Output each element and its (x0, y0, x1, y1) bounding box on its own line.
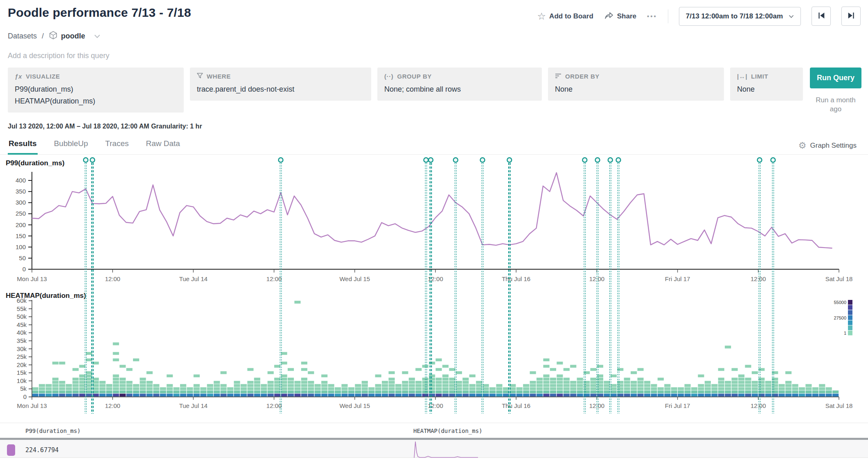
graph-settings-button[interactable]: ⚙ Graph Settings (798, 141, 857, 154)
group-by-box[interactable]: (··)GROUP BY None; combine all rows (377, 68, 542, 101)
table-header-p99: P99(duration_ms) (25, 423, 413, 438)
skip-forward-button[interactable] (841, 7, 861, 26)
skip-back-button[interactable] (812, 7, 831, 26)
limit-icon: |↔| (737, 73, 747, 80)
skip-forward-icon (847, 11, 856, 22)
marker-circle (279, 158, 283, 162)
visualize-box[interactable]: ƒxVISUALIZE P99(duration_ms) HEATMAP(dur… (8, 68, 184, 113)
where-label: WHERE (207, 73, 231, 80)
heatmap-legend-cell (848, 310, 852, 315)
heatmap-sparkline (413, 440, 512, 459)
svg-text:Tue Jul 14: Tue Jul 14 (179, 275, 208, 282)
marker-circle (507, 158, 512, 162)
svg-text:Fri Jul 17: Fri Jul 17 (665, 402, 690, 409)
share-label: Share (617, 12, 636, 20)
divider (668, 9, 668, 23)
dataset-chevron-down-icon (94, 32, 100, 41)
sort-icon (555, 73, 561, 80)
marker-circle (90, 158, 95, 162)
svg-text:45k: 45k (17, 321, 27, 328)
heatmap-legend-cell (848, 300, 852, 305)
p99-line-series (32, 173, 832, 248)
order-by-clause-1: None (555, 84, 717, 95)
marker-circle (758, 158, 762, 162)
svg-text:Fri Jul 17: Fri Jul 17 (665, 275, 690, 282)
limit-box[interactable]: |↔|LIMIT None (730, 68, 803, 101)
svg-text:25k: 25k (17, 353, 27, 360)
svg-text:Tue Jul 14: Tue Jul 14 (179, 402, 208, 409)
svg-text:150: 150 (16, 232, 26, 239)
tab-bubbleup[interactable]: BubbleUp (53, 136, 89, 155)
group-by-clause-1: None; combine all rows (384, 84, 535, 95)
svg-text:Mon Jul 13: Mon Jul 13 (17, 275, 47, 282)
svg-text:Sat Jul 18: Sat Jul 18 (825, 402, 853, 409)
tab-traces[interactable]: Traces (104, 136, 129, 155)
heatmap-legend-cell (848, 305, 852, 310)
date-range-label: 7/13 12:00am to 7/18 12:00am (686, 12, 783, 20)
breadcrumb: Datasets / poodle (0, 26, 868, 42)
marker-circle (616, 158, 620, 162)
limit-label: LIMIT (751, 73, 768, 80)
dataset-name: poodle (61, 32, 85, 41)
summary-table: P99(duration_ms) HEATMAP(duration_ms) 22… (0, 423, 868, 458)
svg-text:30k: 30k (17, 345, 27, 352)
breadcrumb-datasets-link[interactable]: Datasets (8, 32, 37, 41)
page-title: Poodle performance 7/13 - 7/18 (8, 6, 191, 20)
more-options-icon[interactable]: ••• (647, 13, 657, 20)
marker-circle (453, 158, 458, 162)
svg-text:200: 200 (16, 221, 26, 228)
svg-text:15k: 15k (17, 369, 27, 376)
tab-results[interactable]: Results (8, 136, 38, 155)
dataset-selector[interactable]: poodle (49, 31, 100, 42)
svg-text:Thu Jul 16: Thu Jul 16 (502, 402, 530, 409)
tab-rawdata[interactable]: Raw Data (145, 136, 180, 155)
where-box[interactable]: WHERE trace.parent_id does-not-exist (190, 68, 371, 101)
svg-text:400: 400 (16, 177, 26, 184)
breadcrumb-separator: / (42, 32, 44, 41)
heatmap-legend-cell (848, 315, 852, 320)
marker-circle (582, 158, 587, 162)
visualize-label: VISUALIZE (26, 73, 60, 80)
order-by-box[interactable]: ORDER BY None (548, 68, 724, 101)
svg-text:40k: 40k (17, 329, 27, 336)
visualize-clause-1: P99(duration_ms) (15, 84, 177, 95)
query-builder: ƒxVISUALIZE P99(duration_ms) HEATMAP(dur… (8, 68, 868, 114)
svg-text:60k: 60k (17, 297, 27, 304)
charts-canvas[interactable]: P99(duration_ms)050100150200250300350400… (0, 155, 868, 419)
date-range-button[interactable]: 7/13 12:00am to 7/18 12:00am (679, 7, 801, 26)
svg-text:35k: 35k (17, 337, 27, 344)
limit-clause-1: None (737, 84, 796, 95)
svg-text:12:00: 12:00 (266, 275, 282, 282)
time-range-summary: Jul 13 2020, 12:00 AM – Jul 18 2020, 12:… (8, 123, 868, 130)
svg-text:55k: 55k (17, 305, 27, 312)
heatmap-legend-cell (848, 320, 852, 325)
description-input[interactable]: Add a description for this query (0, 42, 868, 60)
heatmap-legend-cell (848, 326, 852, 331)
marker-circle (771, 158, 775, 162)
fx-icon: ƒx (15, 73, 22, 80)
heatmap-legend-cell (848, 331, 852, 336)
svg-text:5k: 5k (20, 385, 27, 392)
svg-text:Mon Jul 13: Mon Jul 13 (17, 402, 47, 409)
marker-circle (480, 158, 485, 162)
table-gutter (0, 423, 25, 438)
add-to-board-button[interactable]: ☆ Add to Board (537, 11, 593, 21)
svg-text:350: 350 (16, 188, 26, 195)
svg-text:Wed Jul 15: Wed Jul 15 (339, 402, 370, 409)
svg-text:0: 0 (23, 393, 27, 400)
svg-text:Wed Jul 15: Wed Jul 15 (339, 275, 370, 282)
filter-icon (197, 73, 203, 80)
svg-text:0: 0 (23, 266, 26, 273)
svg-text:Sat Jul 18: Sat Jul 18 (825, 275, 853, 282)
svg-text:10k: 10k (17, 377, 27, 384)
add-to-board-label: Add to Board (549, 12, 593, 20)
share-button[interactable]: Share (604, 11, 636, 22)
marker-circle (83, 158, 88, 162)
visualize-clause-2: HEATMAP(duration_ms) (15, 96, 177, 106)
run-query-button[interactable]: Run Query (810, 68, 861, 88)
table-row[interactable]: 224.67794 (0, 440, 868, 458)
svg-text:12:00: 12:00 (266, 402, 282, 409)
svg-text:12:00: 12:00 (751, 402, 766, 409)
run-a-month-ago-link[interactable]: Run a month ago (809, 96, 862, 114)
marker-circle (428, 158, 433, 162)
